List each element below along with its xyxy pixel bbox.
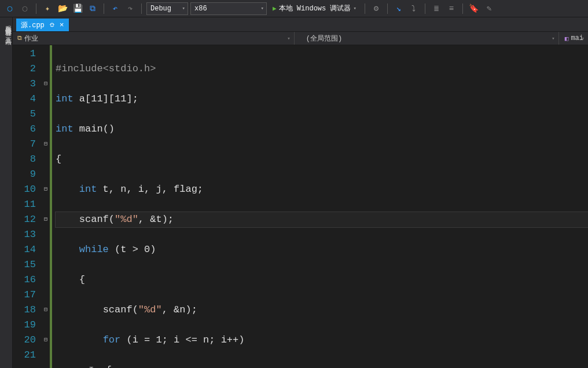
line-number: 13	[13, 227, 36, 242]
code-token: int	[56, 123, 74, 134]
nav-back-button[interactable]: ◯	[3, 2, 16, 15]
fold-toggle[interactable]: ⊟	[42, 212, 50, 227]
step-over-button[interactable]: ⤵	[407, 2, 420, 15]
fold-spacer	[42, 257, 50, 272]
line-number: 6	[13, 122, 36, 137]
line-number-gutter: 1 2 3 4 5 6 7 8 9 10 11 12 13 14 15 16 1…	[13, 45, 42, 368]
type-scope-dropdown[interactable]: (全局范围)	[295, 32, 559, 45]
line-number: 17	[13, 287, 36, 303]
fold-toggle[interactable]: ⊟	[42, 76, 50, 92]
code-token: {	[79, 274, 85, 285]
separator	[387, 3, 388, 14]
line-number: 15	[13, 257, 36, 272]
pin-icon[interactable]: ⯐	[49, 21, 55, 28]
code-token: {	[106, 365, 112, 368]
comment-button[interactable]: ✎	[483, 2, 495, 15]
separator	[425, 3, 425, 14]
separator	[104, 3, 104, 14]
fold-spacer	[42, 318, 50, 333]
save-button[interactable]: 💾	[71, 2, 84, 15]
active-file-tab[interactable]: 源.cpp ⯐ ×	[16, 19, 69, 31]
fold-toggle[interactable]: ⊟	[42, 182, 50, 197]
redo-button[interactable]: ↷	[124, 2, 137, 15]
fold-spacer	[42, 107, 50, 122]
toolbox-tab[interactable]: 工具箱	[0, 32, 12, 34]
code-token: {	[56, 154, 61, 165]
open-button[interactable]: 📂	[56, 2, 69, 15]
line-number: 20	[13, 333, 36, 348]
line-number: 16	[13, 272, 36, 287]
outdent-button[interactable]: ≡	[445, 2, 458, 15]
code-token: (t > 0)	[109, 244, 156, 255]
project-scope-label: 作业	[24, 34, 38, 43]
fold-spacer	[42, 92, 50, 107]
server-explorer-tab[interactable]: 服务器资源管理器	[0, 21, 12, 25]
line-number: 10	[13, 182, 36, 197]
member-scope-label: mai	[571, 34, 583, 42]
start-debugging-button[interactable]: ▶ 本地 Windows 调试器 ▾	[269, 2, 360, 15]
fold-toggle[interactable]: ⊟	[42, 303, 50, 318]
line-number: 4	[13, 92, 36, 107]
document-tab-row: 源.cpp ⯐ ×	[13, 17, 588, 31]
configuration-label: Debug	[150, 5, 171, 13]
type-scope-label: (全局范围)	[306, 34, 342, 43]
separator	[141, 3, 142, 14]
fold-spacer	[42, 197, 50, 212]
code-token: <stdio.h>	[103, 63, 156, 74]
line-number: 1	[13, 46, 36, 61]
fold-toggle[interactable]: ⊟	[42, 333, 50, 348]
undo-button[interactable]: ↶	[109, 2, 122, 15]
editor-column: 源.cpp ⯐ × ⧉ 作业 (全局范围) ◧ mai 1 2 3	[13, 17, 588, 368]
fold-spacer	[42, 227, 50, 242]
fold-spacer	[42, 46, 50, 61]
code-editor[interactable]: 1 2 3 4 5 6 7 8 9 10 11 12 13 14 15 16 1…	[13, 45, 588, 368]
line-number: 7	[13, 137, 36, 152]
tab-filename: 源.cpp	[21, 20, 45, 30]
play-icon: ▶	[273, 5, 277, 12]
method-icon: ◧	[565, 35, 569, 42]
left-sidebar: 服务器资源管理器 工具箱	[0, 17, 13, 368]
separator	[36, 3, 36, 14]
fold-spacer	[42, 348, 50, 363]
configuration-dropdown[interactable]: Debug	[146, 2, 188, 15]
code-token: while	[79, 244, 109, 255]
fold-spacer	[42, 272, 50, 287]
code-token: for	[103, 334, 121, 345]
fold-spacer	[42, 167, 50, 182]
fold-spacer	[42, 122, 50, 137]
code-token: ()	[103, 123, 115, 134]
line-number: 9	[13, 167, 36, 182]
tool-button-1[interactable]: ⚙	[370, 2, 383, 15]
platform-label: x86	[194, 5, 207, 13]
bookmark-button[interactable]: 🔖	[468, 2, 480, 15]
main-toolbar: ◯ ◯ ✦ 📂 💾 ⧉ ↶ ↷ Debug x86 ▶ 本地 Windows 调…	[0, 0, 588, 17]
platform-dropdown[interactable]: x86	[190, 2, 267, 15]
new-item-button[interactable]: ✦	[41, 2, 54, 15]
nav-forward-button[interactable]: ◯	[19, 2, 31, 15]
text-cursor-icon: I	[89, 366, 94, 368]
separator	[462, 3, 463, 14]
member-scope-dropdown[interactable]: ◧ mai	[559, 32, 588, 45]
fold-toggle[interactable]: ⊟	[42, 137, 50, 152]
code-token: scanf(	[103, 304, 138, 315]
code-token: , &t);	[138, 214, 174, 225]
navigation-bar: ⧉ 作业 (全局范围) ◧ mai	[13, 31, 588, 45]
line-number: 3	[13, 76, 36, 92]
line-number: 8	[13, 152, 36, 167]
code-text-area[interactable]: #include<stdio.h> int a[11][11]; int mai…	[52, 45, 588, 368]
code-token: "%d"	[138, 304, 162, 315]
code-token: #include	[56, 63, 103, 74]
project-scope-dropdown[interactable]: ⧉ 作业	[13, 32, 295, 45]
save-all-button[interactable]: ⧉	[86, 2, 99, 15]
close-tab-icon[interactable]: ×	[60, 21, 64, 30]
code-token: int	[79, 184, 97, 195]
step-into-button[interactable]: ↘	[392, 2, 405, 15]
line-number: 12	[13, 212, 36, 227]
line-number: 14	[13, 242, 36, 257]
fold-spacer	[42, 152, 50, 167]
code-token: (i = 1; i <= n; i++)	[120, 334, 244, 345]
indent-button[interactable]: ≣	[430, 2, 443, 15]
code-token: scanf(	[79, 214, 115, 225]
main-content-row: 服务器资源管理器 工具箱 源.cpp ⯐ × ⧉ 作业 (全局范围) ◧ mai	[0, 17, 588, 368]
code-token: t, n, i, j, flag;	[97, 184, 203, 195]
